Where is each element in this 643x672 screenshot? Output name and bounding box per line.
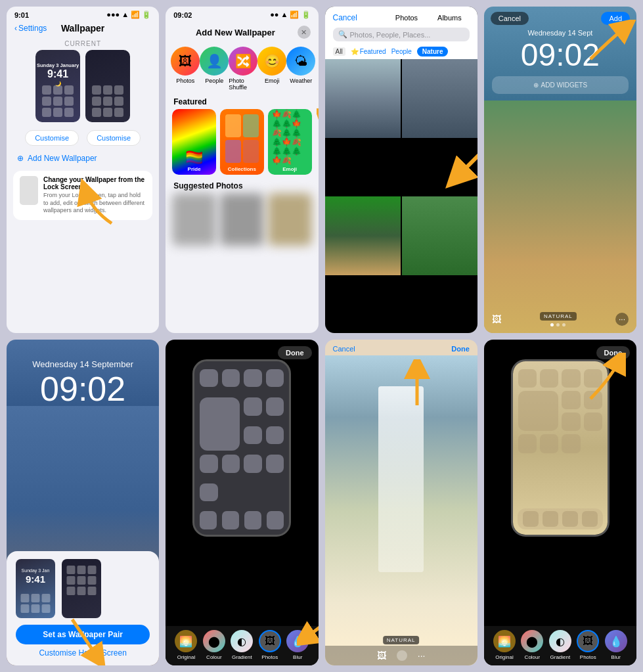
done-button[interactable]: Done <box>278 346 312 359</box>
app-8 <box>266 426 284 445</box>
people-option[interactable]: 👤 People <box>200 47 229 91</box>
suggested-3[interactable] <box>268 193 312 246</box>
photo-frame-icon: 🖼 <box>492 314 501 325</box>
filter-people[interactable]: People <box>391 48 412 55</box>
blur-option[interactable]: 💧 Blur <box>605 630 627 660</box>
filter-all[interactable]: All <box>333 47 345 56</box>
photo-4[interactable] <box>402 196 477 275</box>
tip-text: Change your Wallpaper from the Lock Scre… <box>43 176 146 215</box>
filter-featured[interactable]: ⭐ Featured <box>351 48 386 55</box>
app-5 <box>244 397 262 416</box>
dock-icon-2 <box>543 511 558 527</box>
photo-3[interactable] <box>325 196 401 275</box>
colour-option[interactable]: ⬤ Colour <box>203 630 225 660</box>
add-wallpaper-button[interactable]: ⊕ Add New Wallpaper <box>7 151 159 168</box>
colour-circle: ⬤ <box>521 630 543 652</box>
natural-label: NATURAL <box>540 312 577 321</box>
app-3 <box>244 369 262 388</box>
home-screen-thumb[interactable] <box>85 50 130 122</box>
colour-option[interactable]: ⬤ Colour <box>521 630 543 660</box>
customise-home-button[interactable]: Customise Home Screen <box>16 648 150 658</box>
tip-body: From your Lock Screen, tap and hold to a… <box>43 192 146 215</box>
emoji-card[interactable]: 🌲🌲🌲🍁🍂🌲🌲🌲🍁🍂🌲🌲🌲🍁🍂🌲🌲🌲🍁🍂 Emoji <box>268 109 312 175</box>
preview-time: 09:02 <box>484 38 636 72</box>
photo-app-11 <box>562 434 580 453</box>
photo-app-1 <box>518 369 537 388</box>
natural-badge: NATURAL <box>383 636 420 644</box>
add-button[interactable]: Add <box>601 12 630 25</box>
cancel-button[interactable]: Cancel <box>333 345 355 353</box>
picker-header: Cancel Photos Albums <box>325 7 477 26</box>
featured-label: Featured <box>166 95 318 109</box>
done-button[interactable]: Done <box>451 345 470 353</box>
spacer <box>484 543 636 627</box>
suggested-2[interactable] <box>220 193 264 246</box>
dot-row <box>550 323 565 326</box>
add-wallpaper-panel: 09:02 ●● ▲ 📶 🔋 Add New Wallpaper ✕ 🖼 Pho… <box>166 7 318 333</box>
suggested-1[interactable] <box>172 193 216 246</box>
filter-nature[interactable]: Nature <box>417 47 449 56</box>
colour-circle: ⬤ <box>203 630 225 652</box>
gradient-circle: ◐ <box>231 630 253 652</box>
add-widgets-bar[interactable]: ⊕ ADD WIDGETS <box>492 76 629 94</box>
photos-option[interactable]: 🖼 Photos <box>259 630 281 660</box>
photo-2[interactable] <box>402 59 477 138</box>
weather-option[interactable]: 🌤 Weather <box>286 47 315 91</box>
photo-1[interactable] <box>325 59 401 138</box>
photo-app-9 <box>518 434 537 453</box>
app-2 <box>222 369 240 388</box>
done-button[interactable]: Done <box>596 346 631 359</box>
mini-preview: Sunday 3 Jan 9:41 <box>16 559 150 618</box>
gradient-option[interactable]: ◐ Gradient <box>549 630 571 660</box>
suggested-row <box>166 193 318 246</box>
original-circle: 🌅 <box>493 630 516 652</box>
customise-lock-btn[interactable]: Customise <box>25 130 79 146</box>
mini-lock-time: Sunday 3 Jan 9:41 <box>16 567 55 585</box>
lock-date: Wednesday 14 September <box>7 340 159 372</box>
emoji-option[interactable]: 😊 Emoji <box>257 47 286 91</box>
photo-app-7 <box>562 413 580 431</box>
set-wallpaper-button[interactable]: Set as Wallpaper Pair <box>16 625 150 644</box>
customise-home-btn[interactable]: Customise <box>87 130 141 146</box>
wallpaper-settings-panel: 9:01 ●●● ▲ 📶 🔋 ‹ Settings Wallpaper CURR… <box>7 7 159 333</box>
photo-app-grid <box>518 369 602 453</box>
waterfall-stream <box>378 386 424 573</box>
shuffle-option[interactable]: 🔀 Photo Shuffle <box>229 47 257 91</box>
app-11 <box>244 455 262 473</box>
cancel-button[interactable]: Cancel <box>333 13 357 22</box>
blur-option[interactable]: 💧 Blur <box>286 630 309 660</box>
set-wallpaper-panel: Wednesday 14 September 09:02 Sunday 3 Ja… <box>7 340 159 666</box>
dock <box>200 508 284 529</box>
mini-home-grid <box>67 566 97 595</box>
dock-icon-3 <box>562 511 578 527</box>
gradient-option[interactable]: ◐ Gradient <box>231 630 253 660</box>
featured-row: 🏳️‍🌈 Pride Collections 🌲🌲🌲🍁🍂🌲🌲🌲🍁🍂🌲🌲🌲🍁🍂🌲🌲… <box>166 109 318 179</box>
aerial-photo: 🖼 NATURAL ··· <box>484 101 636 333</box>
p2-icons: ●● ▲ 📶 🔋 <box>270 11 310 19</box>
more-icon[interactable]: ··· <box>418 650 426 661</box>
lock-screen-thumb[interactable]: Sunday 3 January 9:41 🌙 <box>35 50 80 122</box>
mini-lock-screen[interactable]: Sunday 3 Jan 9:41 <box>16 559 55 618</box>
tab-photos[interactable]: Photos <box>388 12 426 24</box>
more-button[interactable]: ··· <box>615 313 629 326</box>
original-option[interactable]: 🌅 Original <box>175 630 197 660</box>
search-field[interactable]: 🔍 Photos, People, Places... <box>333 28 470 41</box>
photos-option[interactable]: 🖼 Photos <box>171 47 200 91</box>
tip-phone-icon <box>20 176 38 205</box>
collections-card[interactable]: Collections <box>220 109 264 175</box>
photo-app-3 <box>562 369 580 388</box>
close-button[interactable]: ✕ <box>298 26 311 39</box>
photos-option[interactable]: 🖼 Photos <box>577 630 599 660</box>
waterfall-photo: 🖼 ··· NATURAL <box>325 355 477 666</box>
photo-picker-panel: Cancel Photos Albums 🔍 Photos, People, P… <box>325 7 477 333</box>
mini-home-screen[interactable] <box>62 559 101 618</box>
pride-card[interactable]: 🏳️‍🌈 Pride <box>172 109 216 175</box>
original-option[interactable]: 🌅 Original <box>493 630 516 660</box>
home-photo-panel: Done 🌅 Original ⬤ <box>484 340 636 666</box>
back-button[interactable]: ‹ Settings <box>14 24 47 33</box>
cancel-button[interactable]: Cancel <box>491 12 529 25</box>
tab-albums[interactable]: Albums <box>430 12 470 24</box>
dock-4 <box>267 511 284 529</box>
options-bar: 🌅 Original ⬤ Colour ◐ Gradient 🖼 Photos … <box>166 626 318 665</box>
photo-crop-panel: Cancel Done 🖼 ··· NATURAL <box>325 340 477 666</box>
